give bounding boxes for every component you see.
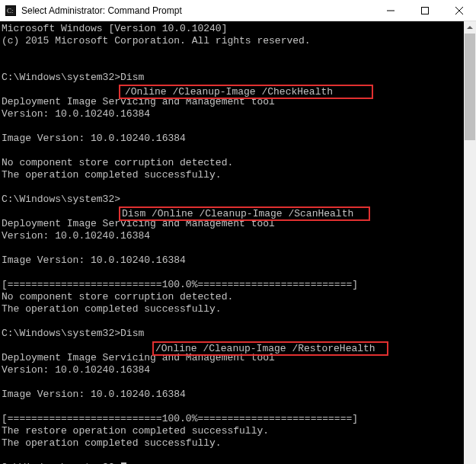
console-area: Microsoft Windows [Version 10.0.10240] (… [0, 21, 476, 464]
dism-version-3: Version: 10.0.10240.16384 [2, 364, 150, 376]
scroll-up-button[interactable] [464, 21, 476, 34]
highlight-restorehealth: /Online /Cleanup-Image /RestoreHealth [152, 341, 388, 356]
maximize-button[interactable] [407, 0, 442, 21]
os-header-2: (c) 2015 Microsoft Corporation. All righ… [2, 35, 311, 46]
console-output[interactable]: Microsoft Windows [Version 10.0.10240] (… [0, 21, 464, 464]
prompt-2-path: C:\Windows\system32> [2, 194, 120, 205]
result-1: No component store corruption detected. [2, 157, 233, 168]
window-title: Select Administrator: Command Prompt [21, 5, 373, 16]
svg-rect-4 [421, 8, 428, 14]
success-2: The operation completed successfully. [2, 303, 222, 315]
svg-marker-7 [467, 26, 473, 29]
prompt-3-path: C:\Windows\system32> [2, 328, 120, 339]
scroll-thumb[interactable] [465, 34, 475, 140]
prompt-1-cmd: Dism [120, 72, 150, 83]
os-header-1: Microsoft Windows [Version 10.0.10240] [2, 23, 227, 34]
progress-1: [==========================100.0%=======… [2, 279, 358, 290]
highlight-scanhealth: Dism /Online /Cleanup-Image /ScanHealth [119, 206, 370, 221]
window-controls [373, 0, 476, 21]
svg-text:C:: C: [7, 7, 14, 14]
prompt-3-cmd: Dism [120, 328, 150, 339]
dism-version-2: Version: 10.0.10240.16384 [2, 230, 150, 242]
success-1: The operation completed successfully. [2, 169, 222, 181]
minimize-button[interactable] [373, 0, 407, 21]
highlight-checkhealth: /Online /Cleanup-Image /CheckHealth [119, 85, 373, 99]
prompt-1-path: C:\Windows\system32> [2, 72, 120, 83]
restore-success: The restore operation completed successf… [2, 425, 269, 437]
cmd-icon: C: [5, 5, 17, 17]
success-3: The operation completed successfully. [2, 437, 222, 449]
progress-2: [==========================100.0%=======… [2, 413, 358, 424]
dism-version: Version: 10.0.10240.16384 [2, 108, 150, 120]
image-version-3: Image Version: 10.0.10240.16384 [2, 389, 186, 400]
image-version-1: Image Version: 10.0.10240.16384 [2, 133, 186, 144]
command-prompt-window: C: Select Administrator: Command Prompt … [0, 0, 476, 464]
vertical-scrollbar[interactable] [464, 21, 476, 464]
image-version-2: Image Version: 10.0.10240.16384 [2, 254, 186, 266]
result-2: No component store corruption detected. [2, 291, 233, 302]
close-button[interactable] [442, 0, 476, 21]
titlebar[interactable]: C: Select Administrator: Command Prompt [0, 0, 476, 21]
